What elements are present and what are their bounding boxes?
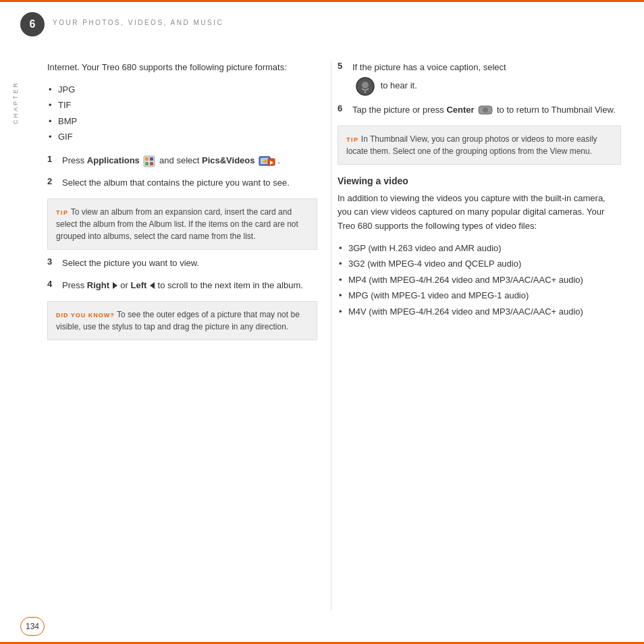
list-item: M4V (with MPEG-4/H.264 video and MP3/AAC…: [338, 304, 621, 319]
step-2: 2 Select the album that contains the pic…: [47, 176, 317, 190]
step-5-content: If the picture has a voice caption, sele…: [352, 61, 621, 98]
chapter-header: YOUR PHOTOS, VIDEOS, AND MUSIC: [53, 19, 624, 26]
step-1: 1 Press Applications and select Pics&Vid…: [47, 154, 317, 168]
right-column: 5 If the picture has a voice caption, se…: [338, 61, 621, 329]
svg-rect-4: [150, 162, 153, 165]
chapter-vertical-label: CHAPTER: [12, 81, 19, 124]
video-format-list: 3GP (with H.263 video and AMR audio) 3G2…: [338, 240, 621, 319]
dyk-label: DID YOU KNOW?: [56, 312, 115, 319]
bold-center: Center: [446, 105, 474, 115]
svg-point-12: [362, 82, 369, 88]
list-item: BMP: [47, 113, 317, 129]
svg-rect-3: [145, 162, 149, 165]
page-number: 134: [20, 617, 45, 636]
list-item: GIF: [47, 129, 317, 144]
section-intro-text: In addition to viewing the videos you ca…: [338, 192, 621, 234]
step-2-content: Select the album that contains the pictu…: [62, 176, 317, 190]
list-item: MP4 (with MPEG-4/H.264 video and MP3/AAC…: [338, 272, 621, 288]
step-5: 5 If the picture has a voice caption, se…: [338, 61, 621, 98]
tip-box-2: TIP In Thumbnail View, you can group pho…: [338, 126, 621, 165]
applications-icon: [143, 155, 155, 167]
step-num-1: 1: [47, 154, 62, 164]
step-3-content: Select the picture you want to view.: [62, 257, 317, 271]
did-you-know-box: DID YOU KNOW? To see the outer edges of …: [47, 301, 317, 340]
intro-text: Internet. Your Treo 680 supports the fol…: [47, 61, 317, 75]
tip-label-2: TIP: [346, 136, 359, 143]
svg-rect-2: [150, 157, 153, 161]
tip-text-2: In Thumbnail View, you can group photos …: [346, 134, 597, 156]
format-list: JPG TIF BMP GIF: [47, 82, 317, 145]
chapter-number: 6: [20, 12, 45, 36]
step-6-text-to: to: [497, 105, 506, 115]
left-column: Internet. Your Treo 680 supports the fol…: [47, 61, 317, 347]
step-num-6: 6: [338, 103, 352, 113]
step-3: 3 Select the picture you want to view.: [47, 257, 317, 271]
tip-box-1: TIP To view an album from an expansion c…: [47, 198, 317, 250]
list-item: 3GP (with H.263 video and AMR audio): [338, 240, 621, 256]
svg-point-8: [263, 159, 265, 161]
arrow-right-icon: [113, 282, 117, 289]
bold-picsvideo: Pics&Videos: [202, 155, 255, 165]
svg-point-15: [483, 107, 488, 113]
step-num-3: 3: [47, 257, 62, 267]
top-border: [0, 0, 644, 2]
step-num-4: 4: [47, 279, 62, 289]
step-4-content: Press Right or Left to scroll to the nex…: [62, 279, 317, 293]
step-num-2: 2: [47, 176, 62, 186]
step-num-5: 5: [338, 61, 352, 71]
step-6: 6 Tap the picture or press Center to to …: [338, 103, 621, 117]
list-item: JPG: [47, 82, 317, 97]
section-heading-video: Viewing a video: [338, 176, 621, 186]
voice-caption-icon: [355, 76, 375, 97]
svg-rect-1: [145, 157, 149, 161]
tip-label-1: TIP: [56, 209, 69, 216]
column-divider: [331, 61, 331, 610]
step-6-content: Tap the picture or press Center to to re…: [352, 103, 621, 117]
bold-applications: Applications: [87, 155, 140, 165]
tip-text-1: To view an album from an expansion card,…: [56, 207, 298, 241]
step-4: 4 Press Right or Left to scroll to the n…: [47, 279, 317, 293]
list-item: MPG (with MPEG-1 video and MPEG-1 audio): [338, 288, 621, 303]
bold-left: Left: [130, 280, 146, 290]
center-button-icon: [478, 105, 493, 115]
step-1-content: Press Applications and select Pics&Video…: [62, 154, 317, 168]
list-item: TIF: [47, 97, 317, 113]
picsvideo-icon: [259, 155, 276, 168]
bold-right: Right: [87, 280, 109, 290]
arrow-left-icon: [150, 282, 155, 289]
list-item: 3G2 (with MPEG-4 video and QCELP audio): [338, 256, 621, 271]
